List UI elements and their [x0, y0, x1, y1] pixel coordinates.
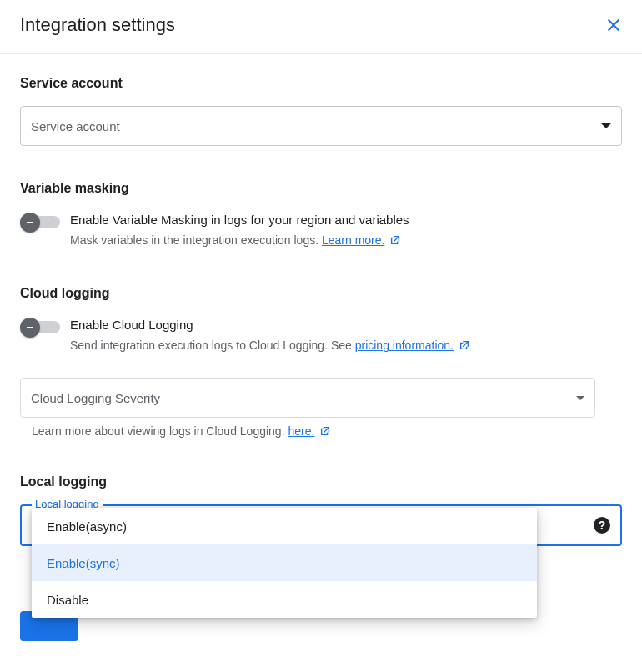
external-link-icon: [459, 338, 470, 356]
cloud-logging-primary: Enable Cloud Logging: [70, 316, 470, 334]
cloud-logging-help: Learn more about viewing logs in Cloud L…: [20, 424, 622, 439]
integration-settings-dialog: Integration settings Service account Ser…: [0, 0, 642, 672]
cloud-logging-title: Cloud logging: [20, 286, 622, 301]
service-account-select[interactable]: Service account: [20, 106, 622, 146]
variable-masking-learn-more-link[interactable]: Learn more.: [322, 233, 384, 247]
chevron-down-icon: [576, 396, 584, 400]
cloud-logging-toggle[interactable]: [20, 318, 60, 338]
variable-masking-row: Enable Variable Masking in logs for your…: [20, 211, 622, 251]
external-link-icon: [319, 425, 331, 439]
variable-masking-toggle[interactable]: [20, 213, 60, 233]
close-icon: [604, 16, 623, 34]
cloud-logging-severity-select[interactable]: Cloud Logging Severity: [20, 378, 595, 418]
local-logging-option-async[interactable]: Enable(async): [32, 508, 537, 544]
dialog-body: Service account Service account Variable…: [0, 54, 642, 546]
service-account-placeholder: Service account: [31, 119, 120, 133]
cloud-logging-text: Enable Cloud Logging Send integration ex…: [70, 316, 470, 356]
external-link-icon: [389, 233, 401, 251]
variable-masking-text: Enable Variable Masking in logs for your…: [70, 211, 409, 251]
dialog-title: Integration settings: [20, 14, 175, 36]
cloud-logging-severity-placeholder: Cloud Logging Severity: [31, 391, 160, 405]
local-logging-option-disable[interactable]: Disable: [32, 581, 537, 618]
cloud-logging-row: Enable Cloud Logging Send integration ex…: [20, 316, 622, 356]
dialog-header: Integration settings: [0, 0, 642, 54]
chevron-down-icon: [601, 123, 611, 128]
variable-masking-primary: Enable Variable Masking in logs for your…: [70, 211, 409, 229]
local-logging-option-sync[interactable]: Enable(sync): [32, 544, 537, 581]
service-account-title: Service account: [20, 76, 622, 91]
minus-icon: [20, 213, 40, 233]
cloud-logging-help-link[interactable]: here.: [288, 424, 314, 438]
variable-masking-secondary: Mask variables in the integration execut…: [70, 231, 409, 251]
local-logging-wrap: Local logging ? Enable(async) Enable(syn…: [20, 504, 622, 546]
local-logging-dropdown: Enable(async) Enable(sync) Disable: [32, 508, 537, 618]
cloud-logging-pricing-link[interactable]: pricing information.: [355, 339, 454, 352]
variable-masking-title: Variable masking: [20, 181, 622, 196]
local-logging-title: Local logging: [20, 474, 622, 489]
close-button[interactable]: [599, 10, 629, 40]
minus-icon: [20, 318, 40, 338]
help-icon[interactable]: ?: [594, 517, 610, 534]
cloud-logging-secondary: Send integration execution logs to Cloud…: [70, 336, 470, 356]
